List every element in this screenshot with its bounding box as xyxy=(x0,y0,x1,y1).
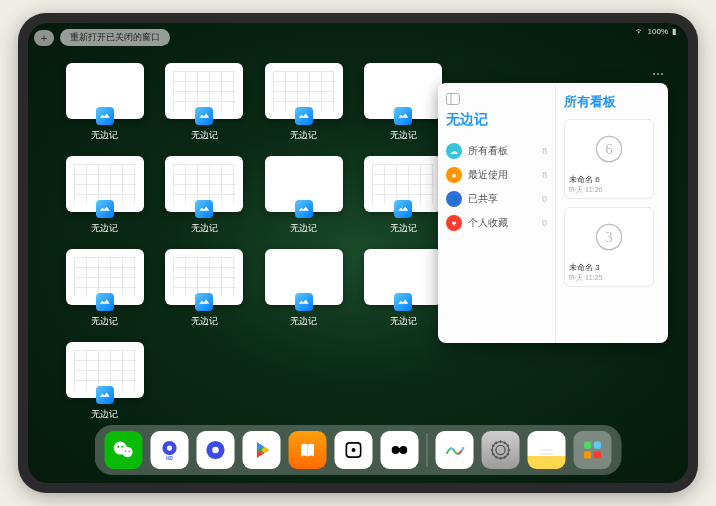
dock-dice-icon[interactable] xyxy=(335,431,373,469)
sidebar-item[interactable]: 👤 已共享 0 xyxy=(446,187,547,211)
dock-quark-icon[interactable] xyxy=(197,431,235,469)
category-icon: ♥ xyxy=(446,215,462,231)
dock-play-store-icon[interactable] xyxy=(243,431,281,469)
panel-boards: 所有看板 6 未命名 6 昨天 11:26 3 未命名 3 昨天 11:25 xyxy=(556,83,668,343)
ipad-frame: ᯤ 100% ▮ + 重新打开已关闭的窗口 无边记无边记无边记无边记无边记无边记… xyxy=(18,13,698,493)
freeform-app-icon xyxy=(195,293,213,311)
window-label: 无边记 xyxy=(191,222,218,235)
sidebar-item-label: 最近使用 xyxy=(468,168,542,182)
dock-quark-hd-icon[interactable]: HD xyxy=(151,431,189,469)
board-tile[interactable]: 3 未命名 3 昨天 11:25 xyxy=(564,207,654,287)
window-thumbnail xyxy=(265,63,343,119)
dock-meitu-icon[interactable] xyxy=(381,431,419,469)
freeform-app-icon xyxy=(195,200,213,218)
battery-icon: ▮ xyxy=(672,27,676,36)
sidebar-item[interactable]: ♥ 个人收藏 0 xyxy=(446,211,547,235)
window-label: 无边记 xyxy=(91,222,118,235)
svg-rect-44 xyxy=(594,442,601,449)
svg-point-22 xyxy=(352,448,356,452)
svg-text:HD: HD xyxy=(166,456,173,461)
svg-rect-0 xyxy=(447,94,460,105)
sidebar-item-count: 8 xyxy=(542,146,547,156)
board-tile[interactable]: 6 未命名 6 昨天 11:26 xyxy=(564,119,654,199)
dock-wechat-icon[interactable] xyxy=(105,431,143,469)
svg-text:3: 3 xyxy=(605,229,612,245)
app-window-tile[interactable]: 无边记 xyxy=(64,342,146,421)
svg-point-27 xyxy=(496,445,505,454)
svg-point-16 xyxy=(212,447,219,454)
app-window-tile[interactable]: 无边记 xyxy=(263,63,345,142)
board-meta: 昨天 11:25 xyxy=(569,273,649,283)
svg-rect-46 xyxy=(594,451,601,458)
new-window-button[interactable]: + xyxy=(34,30,54,46)
window-label: 无边记 xyxy=(91,315,118,328)
battery-percent: 100% xyxy=(648,27,668,36)
app-window-tile[interactable]: 无边记 xyxy=(363,249,445,328)
svg-point-7 xyxy=(122,447,132,457)
window-label: 无边记 xyxy=(390,222,417,235)
window-label: 无边记 xyxy=(390,315,417,328)
board-thumb: 3 xyxy=(569,214,649,260)
dock-freeform-icon[interactable] xyxy=(436,431,474,469)
window-thumbnail xyxy=(165,63,243,119)
freeform-app-icon xyxy=(96,293,114,311)
app-window-tile[interactable]: 无边记 xyxy=(363,156,445,235)
sidebar-toggle-icon[interactable] xyxy=(446,93,547,105)
screen: ᯤ 100% ▮ + 重新打开已关闭的窗口 无边记无边记无边记无边记无边记无边记… xyxy=(28,23,688,483)
sidebar-item-count: 8 xyxy=(542,170,547,180)
more-icon[interactable]: ⋯ xyxy=(652,67,664,81)
app-window-tile[interactable]: 无边记 xyxy=(164,63,246,142)
app-window-tile[interactable]: 无边记 xyxy=(64,156,146,235)
freeform-app-icon xyxy=(96,200,114,218)
panel-sidebar: 无边记 ☁ 所有看板 8● 最近使用 8👤 已共享 0♥ 个人收藏 0 xyxy=(438,83,556,343)
freeform-app-icon xyxy=(96,386,114,404)
dock-books-icon[interactable] xyxy=(289,431,327,469)
dock-settings-icon[interactable] xyxy=(482,431,520,469)
freeform-app-icon xyxy=(394,293,412,311)
dock-app-library-icon[interactable] xyxy=(574,431,612,469)
category-icon: ● xyxy=(446,167,462,183)
app-window-tile[interactable]: 无边记 xyxy=(263,249,345,328)
window-label: 无边记 xyxy=(290,222,317,235)
dock-notes-icon[interactable] xyxy=(528,431,566,469)
sidebar-item-label: 所有看板 xyxy=(468,144,542,158)
dock-separator xyxy=(427,433,428,467)
app-window-tile[interactable]: 无边记 xyxy=(363,63,445,142)
app-window-tile[interactable]: 无边记 xyxy=(64,249,146,328)
app-window-tile[interactable]: 无边记 xyxy=(263,156,345,235)
sidebar-item-count: 0 xyxy=(542,218,547,228)
plus-icon: + xyxy=(41,32,47,44)
window-thumbnail xyxy=(165,156,243,212)
window-thumbnail xyxy=(165,249,243,305)
window-thumbnail xyxy=(265,156,343,212)
app-window-tile[interactable]: 无边记 xyxy=(164,156,246,235)
svg-point-9 xyxy=(121,446,123,448)
window-thumbnail xyxy=(66,342,144,398)
freeform-app-icon xyxy=(295,293,313,311)
freeform-app-icon xyxy=(295,200,313,218)
window-label: 无边记 xyxy=(91,408,118,421)
svg-point-11 xyxy=(129,451,131,453)
app-window-tile[interactable]: 无边记 xyxy=(164,249,246,328)
svg-rect-45 xyxy=(584,451,591,458)
reopen-closed-window-button[interactable]: 重新打开已关闭的窗口 xyxy=(60,29,170,46)
category-icon: ☁ xyxy=(446,143,462,159)
app-switcher-grid: 无边记无边记无边记无边记无边记无边记无边记无边记无边记无边记无边记无边记无边记 xyxy=(64,63,444,421)
category-icon: 👤 xyxy=(446,191,462,207)
svg-point-13 xyxy=(167,445,172,450)
window-thumbnail xyxy=(364,63,442,119)
freeform-app-icon xyxy=(96,107,114,125)
window-thumbnail xyxy=(364,156,442,212)
panel-left-title: 无边记 xyxy=(446,111,547,129)
wifi-icon: ᯤ xyxy=(636,27,644,36)
window-label: 无边记 xyxy=(191,315,218,328)
window-label: 无边记 xyxy=(191,129,218,142)
board-thumb: 6 xyxy=(569,126,649,172)
freeform-app-icon xyxy=(295,107,313,125)
app-window-tile[interactable]: 无边记 xyxy=(64,63,146,142)
freeform-app-icon xyxy=(394,200,412,218)
sidebar-item[interactable]: ☁ 所有看板 8 xyxy=(446,139,547,163)
sidebar-item[interactable]: ● 最近使用 8 xyxy=(446,163,547,187)
board-meta: 昨天 11:26 xyxy=(569,185,649,195)
window-thumbnail xyxy=(66,63,144,119)
